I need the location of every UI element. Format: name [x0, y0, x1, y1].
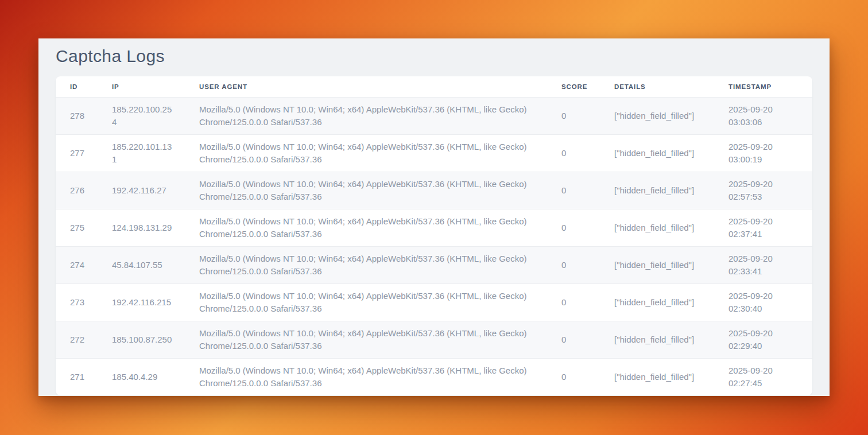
cell-timestamp: 2025-09-20 02:33:41	[714, 253, 812, 278]
cell-score: 0	[547, 371, 600, 383]
cell-details: ["hidden_field_filled"]	[600, 222, 714, 234]
cell-ip: 185.40.4.29	[98, 371, 185, 383]
column-header-score: SCORE	[547, 83, 600, 90]
cell-ip: 185.220.100.254	[98, 103, 185, 129]
captcha-logs-card: Captcha Logs ID IP USER AGENT SCORE DETA…	[38, 38, 830, 396]
cell-user-agent: Mozilla/5.0 (Windows NT 10.0; Win64; x64…	[185, 327, 547, 352]
cell-user-agent: Mozilla/5.0 (Windows NT 10.0; Win64; x64…	[185, 141, 547, 166]
cell-details: ["hidden_field_filled"]	[600, 259, 714, 271]
table-row: 276192.42.116.27Mozilla/5.0 (Windows NT …	[56, 172, 812, 209]
cell-details: ["hidden_field_filled"]	[600, 184, 714, 197]
cell-ip: 124.198.131.29	[98, 222, 185, 234]
cell-score: 0	[547, 222, 600, 234]
column-header-ip: IP	[98, 83, 185, 90]
page-background: { "page": { "title": "Captcha Logs" }, "…	[0, 0, 868, 435]
cell-details: ["hidden_field_filled"]	[600, 110, 714, 122]
cell-user-agent: Mozilla/5.0 (Windows NT 10.0; Win64; x64…	[185, 290, 547, 315]
table-row: 271185.40.4.29Mozilla/5.0 (Windows NT 10…	[56, 358, 812, 395]
cell-id: 277	[56, 147, 98, 160]
cell-score: 0	[547, 184, 600, 197]
table-row: 275124.198.131.29Mozilla/5.0 (Windows NT…	[56, 209, 812, 246]
cell-id: 271	[56, 371, 98, 383]
cell-details: ["hidden_field_filled"]	[600, 333, 714, 346]
cell-timestamp: 2025-09-20 03:00:19	[714, 141, 812, 166]
cell-score: 0	[547, 296, 600, 309]
cell-score: 0	[547, 110, 600, 122]
cell-score: 0	[547, 259, 600, 271]
cell-timestamp: 2025-09-20 02:30:40	[714, 290, 812, 315]
cell-timestamp: 2025-09-20 03:03:06	[714, 103, 812, 129]
captcha-logs-table: ID IP USER AGENT SCORE DETAILS TIMESTAMP…	[56, 76, 812, 395]
page-title: Captcha Logs	[56, 46, 812, 66]
table-row: 273192.42.116.215Mozilla/5.0 (Windows NT…	[56, 283, 812, 321]
cell-id: 278	[56, 110, 98, 122]
table-header-row: ID IP USER AGENT SCORE DETAILS TIMESTAMP	[56, 76, 812, 97]
cell-ip: 192.42.116.215	[98, 296, 185, 309]
table-body: 278185.220.100.254Mozilla/5.0 (Windows N…	[56, 97, 812, 395]
cell-ip: 185.100.87.250	[98, 333, 185, 346]
cell-user-agent: Mozilla/5.0 (Windows NT 10.0; Win64; x64…	[185, 178, 547, 203]
cell-user-agent: Mozilla/5.0 (Windows NT 10.0; Win64; x64…	[185, 253, 547, 278]
table-row: 272185.100.87.250Mozilla/5.0 (Windows NT…	[56, 321, 812, 358]
cell-score: 0	[547, 333, 600, 346]
cell-ip: 192.42.116.27	[98, 184, 185, 197]
column-header-user-agent: USER AGENT	[185, 83, 547, 90]
cell-user-agent: Mozilla/5.0 (Windows NT 10.0; Win64; x64…	[185, 215, 547, 240]
cell-details: ["hidden_field_filled"]	[600, 296, 714, 309]
table-row: 278185.220.100.254Mozilla/5.0 (Windows N…	[56, 97, 812, 134]
cell-user-agent: Mozilla/5.0 (Windows NT 10.0; Win64; x64…	[185, 103, 547, 129]
column-header-id: ID	[56, 83, 98, 90]
cell-timestamp: 2025-09-20 02:29:40	[714, 327, 812, 352]
cell-id: 276	[56, 184, 98, 197]
cell-id: 273	[56, 296, 98, 309]
cell-ip: 185.220.101.131	[98, 141, 185, 166]
column-header-details: DETAILS	[600, 83, 714, 90]
cell-ip: 45.84.107.55	[98, 259, 185, 271]
cell-id: 274	[56, 259, 98, 271]
table-row: 27445.84.107.55Mozilla/5.0 (Windows NT 1…	[56, 246, 812, 283]
cell-timestamp: 2025-09-20 02:57:53	[714, 178, 812, 203]
cell-timestamp: 2025-09-20 02:27:45	[714, 364, 812, 390]
column-header-timestamp: TIMESTAMP	[714, 83, 812, 90]
table-row: 277185.220.101.131Mozilla/5.0 (Windows N…	[56, 134, 812, 172]
cell-score: 0	[547, 147, 600, 160]
cell-user-agent: Mozilla/5.0 (Windows NT 10.0; Win64; x64…	[185, 364, 547, 390]
cell-details: ["hidden_field_filled"]	[600, 371, 714, 383]
cell-id: 272	[56, 333, 98, 346]
cell-timestamp: 2025-09-20 02:37:41	[714, 215, 812, 240]
cell-details: ["hidden_field_filled"]	[600, 147, 714, 160]
cell-id: 275	[56, 222, 98, 234]
